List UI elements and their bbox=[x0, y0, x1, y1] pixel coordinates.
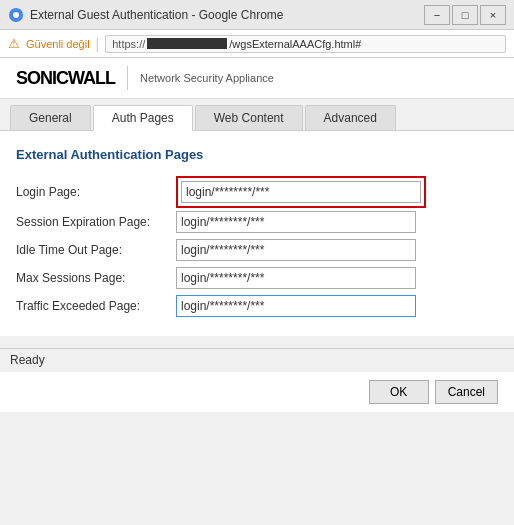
idle-timeout-input[interactable] bbox=[176, 239, 416, 261]
status-bar: Ready bbox=[0, 348, 514, 371]
form-table: Login Page: Session Expiration Page: Idl… bbox=[16, 176, 498, 320]
tab-advanced[interactable]: Advanced bbox=[305, 105, 396, 130]
close-button[interactable]: × bbox=[480, 5, 506, 25]
tab-web-content[interactable]: Web Content bbox=[195, 105, 303, 130]
session-expiration-label: Session Expiration Page: bbox=[16, 208, 176, 236]
svg-point-1 bbox=[13, 12, 19, 18]
window-controls: − □ × bbox=[424, 5, 506, 25]
not-secure-label: Güvenli değil bbox=[26, 38, 90, 50]
max-sessions-label: Max Sessions Page: bbox=[16, 264, 176, 292]
traffic-exceeded-label: Traffic Exceeded Page: bbox=[16, 292, 176, 320]
status-text: Ready bbox=[10, 353, 45, 367]
sonicwall-logo: SONICWALL bbox=[16, 68, 115, 89]
login-page-label: Login Page: bbox=[16, 176, 176, 208]
idle-timeout-row: Idle Time Out Page: bbox=[16, 236, 498, 264]
minimize-button[interactable]: − bbox=[424, 5, 450, 25]
session-expiration-row: Session Expiration Page: bbox=[16, 208, 498, 236]
max-sessions-row: Max Sessions Page: bbox=[16, 264, 498, 292]
url-https: https:// bbox=[112, 38, 145, 50]
address-bar: ⚠ Güvenli değil | https:// /wgsExternalA… bbox=[0, 30, 514, 58]
url-masked bbox=[147, 38, 227, 49]
session-expiration-input-cell bbox=[176, 208, 498, 236]
idle-timeout-input-cell bbox=[176, 236, 498, 264]
tab-auth-pages[interactable]: Auth Pages bbox=[93, 105, 193, 131]
login-page-input-cell bbox=[176, 176, 498, 208]
dialog-footer: OK Cancel bbox=[0, 371, 514, 412]
warning-icon: ⚠ bbox=[8, 36, 20, 51]
page-content: External Authentication Pages Login Page… bbox=[0, 131, 514, 336]
header-divider bbox=[127, 66, 128, 90]
url-box[interactable]: https:// /wgsExternalAAACfg.html# bbox=[105, 35, 506, 53]
tab-general[interactable]: General bbox=[10, 105, 91, 130]
traffic-exceeded-input[interactable] bbox=[176, 295, 416, 317]
maximize-button[interactable]: □ bbox=[452, 5, 478, 25]
tabs-container: General Auth Pages Web Content Advanced bbox=[0, 99, 514, 131]
ok-button[interactable]: OK bbox=[369, 380, 429, 404]
login-page-row: Login Page: bbox=[16, 176, 498, 208]
idle-timeout-label: Idle Time Out Page: bbox=[16, 236, 176, 264]
traffic-exceeded-input-cell bbox=[176, 292, 498, 320]
login-page-input[interactable] bbox=[181, 181, 421, 203]
login-page-highlight bbox=[176, 176, 426, 208]
title-bar: External Guest Authentication - Google C… bbox=[0, 0, 514, 30]
window-title: External Guest Authentication - Google C… bbox=[30, 8, 424, 22]
section-title: External Authentication Pages bbox=[16, 147, 498, 162]
cancel-button[interactable]: Cancel bbox=[435, 380, 498, 404]
header-subtitle: Network Security Appliance bbox=[140, 72, 274, 84]
chrome-icon bbox=[8, 7, 24, 23]
traffic-exceeded-row: Traffic Exceeded Page: bbox=[16, 292, 498, 320]
max-sessions-input-cell bbox=[176, 264, 498, 292]
app-header: SONICWALL Network Security Appliance bbox=[0, 58, 514, 99]
separator: | bbox=[96, 36, 100, 52]
url-suffix: /wgsExternalAAACfg.html# bbox=[229, 38, 361, 50]
max-sessions-input[interactable] bbox=[176, 267, 416, 289]
session-expiration-input[interactable] bbox=[176, 211, 416, 233]
